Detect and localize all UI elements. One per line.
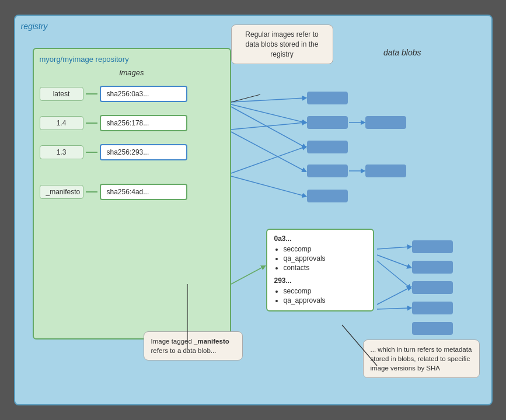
image-row-manifesto: _manifesto sha256:4ad...	[40, 184, 224, 200]
svg-line-2	[231, 107, 305, 147]
blob-2b	[365, 116, 406, 129]
diagram-container: registry myorg/myimage repository images…	[14, 15, 493, 405]
callout-top: Regular images refer to data blobs store…	[231, 24, 333, 64]
sha-latest: sha256:0a3...	[100, 86, 187, 102]
blob-m1	[412, 240, 453, 253]
svg-line-6	[231, 176, 305, 196]
svg-line-1	[231, 104, 305, 123]
svg-line-13	[377, 288, 410, 304]
manifesto-entry-2-item-2: qa_approvals	[284, 296, 366, 304]
tag-latest: latest	[40, 87, 83, 101]
svg-line-9	[231, 267, 264, 284]
repo-label: myorg/myimage repository	[40, 55, 224, 64]
arrow-manifesto	[86, 191, 97, 192]
sha-14: sha256:178...	[100, 115, 187, 131]
tag-14: 1.4	[40, 116, 83, 130]
image-row-13: 1.3 sha256:293...	[40, 144, 224, 160]
blob-m3	[412, 281, 453, 294]
svg-line-15	[231, 94, 260, 102]
blob-3	[307, 141, 348, 153]
manifesto-entry-2-title: 293...	[274, 276, 366, 285]
arrow-latest	[86, 93, 97, 94]
sha-13: sha256:293...	[100, 144, 187, 160]
svg-line-14	[377, 308, 410, 309]
manifesto-entry-1-item-3: contacts	[284, 264, 366, 272]
blob-1	[307, 92, 348, 104]
manifesto-box: 0a3... seccomp qa_approvals contacts 293…	[266, 229, 374, 312]
repo-box: myorg/myimage repository images latest s…	[33, 48, 231, 340]
arrow-14	[86, 123, 97, 124]
callout-bottom-left-text: Image tagged _manifesto refers to a data…	[151, 338, 229, 354]
sha-manifesto: sha256:4ad...	[100, 184, 187, 200]
callout-bottom-right-text: ... which in turn refers to metadata sto…	[371, 346, 472, 372]
blob-m2	[412, 261, 453, 274]
tag-13: 1.3	[40, 145, 83, 159]
tag-manifesto: _manifesto	[40, 185, 83, 199]
images-label: images	[40, 68, 224, 77]
svg-line-12	[377, 261, 410, 288]
blob-5	[307, 190, 348, 202]
blob-m5	[412, 322, 453, 335]
arrow-13	[86, 152, 97, 153]
manifesto-entry-1-item-2: qa_approvals	[284, 254, 366, 262]
blob-2a	[307, 116, 348, 129]
image-row-latest: latest sha256:0a3...	[40, 86, 224, 102]
manifesto-entry-1-title: 0a3...	[274, 235, 366, 243]
image-row-14: 1.4 sha256:178...	[40, 115, 224, 131]
callout-bottom-left: Image tagged _manifesto refers to a data…	[144, 331, 243, 360]
svg-line-3	[231, 123, 305, 130]
svg-line-0	[231, 98, 305, 102]
svg-line-10	[377, 247, 410, 249]
svg-line-11	[377, 255, 410, 267]
blob-4b	[365, 164, 406, 177]
blob-4a	[307, 164, 348, 177]
blob-m4	[412, 302, 453, 314]
svg-line-4	[231, 132, 305, 171]
manifesto-entry-2-item-1: seccomp	[284, 287, 366, 295]
data-blobs-label: data blobs	[383, 48, 421, 57]
callout-top-text: Regular images refer to data blobs store…	[245, 30, 318, 58]
manifesto-entry-1-item-1: seccomp	[284, 245, 366, 253]
callout-bottom-right: ... which in turn refers to metadata sto…	[363, 340, 480, 378]
svg-line-5	[231, 147, 305, 173]
